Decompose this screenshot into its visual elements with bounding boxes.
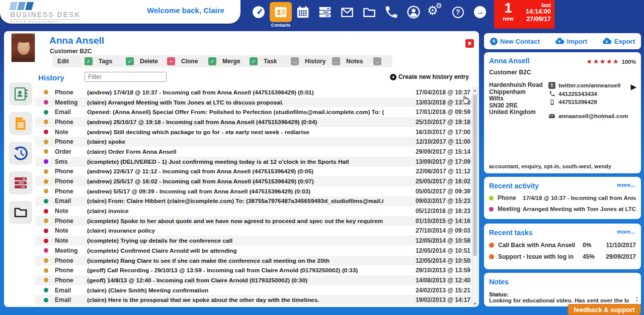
history-row[interactable]: Phone(andrew) 25/5/17 @ 16:02 - Incoming… bbox=[35, 176, 472, 186]
history-row[interactable]: Note(icomplete) Trying up details for th… bbox=[35, 236, 472, 246]
sidebar-notes-button[interactable] bbox=[9, 112, 32, 135]
nav-user-icon[interactable] bbox=[403, 2, 425, 22]
history-row[interactable]: Email(claire) From: Claire Hibbert (clai… bbox=[35, 305, 472, 306]
history-type-dot bbox=[44, 110, 48, 115]
history-row[interactable]: Phone(claire) spoke12/10/2017 @ 11:00 bbox=[35, 137, 472, 147]
toolbar-delete-button[interactable]: Delete– bbox=[140, 57, 181, 65]
contact-name: Anna Ansell bbox=[49, 35, 104, 46]
twitter-row[interactable]: t twitter.com/anneansell bbox=[548, 82, 636, 89]
history-row[interactable]: EmailOpened: (Anna Ansell) Special Offer… bbox=[35, 107, 472, 117]
notification-box[interactable]: 1 new last 14:14:00 27/09/17 bbox=[494, 0, 554, 29]
history-row[interactable]: Phone(andrew) 25/10/17 @ 19:18 - Incomin… bbox=[35, 117, 472, 127]
history-type-dot bbox=[44, 298, 48, 302]
history-type-dot bbox=[44, 258, 48, 263]
history-row[interactable]: Phone(icomplete) Rang Clare to see if sh… bbox=[35, 256, 472, 266]
notes-scrollbar[interactable]: ▲▼ bbox=[635, 296, 638, 302]
close-panel-button[interactable]: ✖ bbox=[465, 39, 474, 48]
history-row[interactable]: Meeting(icomplete) Confirmed Claire Arno… bbox=[35, 246, 472, 256]
history-row[interactable]: Phone(andrew) 22/6/17 @ 11:12 - Incoming… bbox=[35, 167, 472, 177]
notes-text: Looking for educational video. Has sent … bbox=[489, 297, 629, 303]
history-row[interactable]: Phone(geoff) 14/8/13 @ 12:40 - Incoming … bbox=[35, 275, 472, 285]
import-button[interactable]: Import bbox=[554, 37, 587, 45]
recent-task-item[interactable]: Call Back with Anna Ansell0%11/10/2017 bbox=[489, 242, 636, 249]
toolbar-clone-button[interactable]: Clone✓ bbox=[181, 57, 222, 65]
plus-icon: + bbox=[390, 74, 396, 80]
task-text: Call Back with Anna Ansell bbox=[498, 242, 583, 249]
nav-mail-icon[interactable] bbox=[336, 2, 358, 22]
history-row[interactable]: Note(claire) invoice05/12/2016 @ 16:23 bbox=[35, 206, 472, 216]
contact-avatar bbox=[11, 33, 35, 62]
play-icon[interactable]: ▶ bbox=[630, 82, 636, 91]
nav-logout-icon[interactable]: → bbox=[469, 2, 491, 22]
sidebar-lists-button[interactable] bbox=[9, 171, 32, 194]
recent-activity-more-link[interactable]: more... bbox=[617, 182, 635, 188]
history-scrollbar[interactable]: ▲ ▼ bbox=[472, 87, 478, 306]
history-entry-date: 29/09/2017 @ 15:14 bbox=[405, 148, 470, 155]
toolbar-history-button[interactable]: History↔ bbox=[305, 57, 346, 65]
history-row[interactable]: Email(claire) (Claire Smith) Meeting con… bbox=[35, 285, 472, 295]
history-type-label: Phone bbox=[55, 218, 85, 225]
history-entry-date: 16/10/2017 @ 17:00 bbox=[405, 129, 470, 136]
scroll-down-icon[interactable]: ▼ bbox=[472, 302, 477, 305]
last-time: 14:14:00 bbox=[522, 8, 551, 16]
mobile-row[interactable]: 447515396429 bbox=[548, 98, 636, 106]
nav-help-icon[interactable]: ? bbox=[447, 2, 469, 22]
toolbar-tags-button[interactable]: Tags✓ bbox=[99, 57, 140, 65]
address-line: Chippenham bbox=[489, 89, 548, 96]
sidebar-contact-card-button[interactable] bbox=[9, 82, 32, 106]
sidebar-folder-button[interactable] bbox=[9, 201, 32, 224]
history-row[interactable]: Phone(icomplete) Spoke to her about quot… bbox=[35, 216, 472, 226]
toolbar-notes-button[interactable]: Notes↔ bbox=[346, 57, 387, 65]
scrollbar-thumb[interactable] bbox=[473, 94, 477, 256]
nav-contacts-tab[interactable]: Contacts bbox=[270, 2, 292, 22]
nav-folder-icon[interactable] bbox=[358, 2, 380, 22]
recent-activity-item[interactable]: Phone17/4/18 @ 10:37 - Incoming call fro… bbox=[489, 194, 636, 201]
recent-task-item[interactable]: Support - Issue with log in45%29/09/2017 bbox=[489, 253, 636, 260]
rating-stars[interactable]: ★★★★★ bbox=[586, 58, 619, 65]
contact-detail-panel: ✖ Anna Ansell Customer B2C Edit✓Tags✓Del… bbox=[4, 31, 479, 307]
history-row[interactable]: Order(claire) Order Form Anna Ansell29/0… bbox=[35, 147, 472, 157]
nav-settings-icon[interactable]: ⚙⚙ bbox=[425, 2, 447, 22]
history-entry-text: (claire) spoke bbox=[87, 138, 405, 145]
toolbar-edit-button[interactable]: Edit✓ bbox=[57, 57, 99, 65]
history-row[interactable]: Sms(icomplete) (DELIVERED - 1) Just conf… bbox=[35, 157, 472, 167]
history-icon bbox=[13, 146, 28, 161]
recent-activity-title: Recent activity bbox=[489, 182, 539, 190]
nav-calendar-icon[interactable] bbox=[292, 2, 314, 22]
left-icon-sidebar bbox=[7, 82, 34, 224]
scroll-up-icon[interactable]: ▲ bbox=[472, 88, 477, 92]
sidebar-history-button[interactable] bbox=[9, 142, 32, 165]
nav-lists-icon[interactable] bbox=[314, 2, 336, 22]
recent-tasks-more-link[interactable]: more... bbox=[617, 229, 635, 235]
history-entry-date: 14/08/2013 @ 12:40 bbox=[405, 277, 470, 284]
create-history-entry-button[interactable]: + Create new history entry bbox=[390, 73, 469, 80]
activity-type-label: Meeting bbox=[498, 205, 523, 213]
email-row[interactable]: annaansell@hotmail.com bbox=[548, 113, 636, 120]
toolbar-task-button[interactable]: Task↔ bbox=[264, 57, 305, 65]
activity-type-dot bbox=[489, 207, 494, 212]
toolbar-merge-button[interactable]: Merge✓ bbox=[222, 57, 264, 65]
history-row[interactable]: Phone(andrew) 5/5/17 @ 09:39 - Incoming … bbox=[35, 186, 472, 196]
history-row[interactable]: Note(andrew) Still deciding which packag… bbox=[35, 127, 472, 137]
nav-phone-icon[interactable] bbox=[380, 2, 403, 22]
history-row[interactable]: Phone(geoff) Call Recording - 29/10/13 @… bbox=[35, 265, 472, 275]
app-logo: BUSINESS DESK OFFICE MANAGEMENT bbox=[10, 2, 80, 23]
history-entry-text: (geoff) Call Recording - 29/10/13 @ 13:5… bbox=[87, 267, 405, 274]
landline-icon bbox=[548, 90, 555, 97]
history-row[interactable]: Email(claire) From: Claire Hibbert (clai… bbox=[35, 196, 472, 206]
feedback-support-button[interactable]: feedback & support bbox=[568, 304, 641, 315]
history-filter-input[interactable] bbox=[85, 72, 167, 82]
history-row[interactable]: Meeting(claire) Arranged Meeting with To… bbox=[35, 97, 472, 108]
history-row[interactable]: Note(claire) insurance policy27/10/2014 … bbox=[35, 226, 472, 236]
history-entry-text: (claire) From: Claire Hibbert (claire@ic… bbox=[87, 197, 405, 204]
history-row[interactable]: Email(claire) Here is the prosposal that… bbox=[35, 295, 472, 305]
export-button[interactable]: Export bbox=[602, 37, 635, 45]
history-type-dot bbox=[44, 120, 48, 124]
activity-type-dot bbox=[489, 196, 494, 200]
recent-activity-item[interactable]: MeetingArranged Meeting with Tom Jones a… bbox=[489, 205, 636, 213]
history-row[interactable]: Phone(andrew) 17/4/18 @ 10:37 - Incoming… bbox=[35, 87, 472, 97]
nav-dashboard-icon[interactable] bbox=[248, 2, 270, 22]
new-contact-button[interactable]: + New Contact bbox=[490, 38, 540, 45]
contact-tags[interactable]: accountant, enquiry, opt-in, south-west,… bbox=[489, 163, 611, 169]
phone-row[interactable]: 441225343434 bbox=[548, 90, 636, 97]
